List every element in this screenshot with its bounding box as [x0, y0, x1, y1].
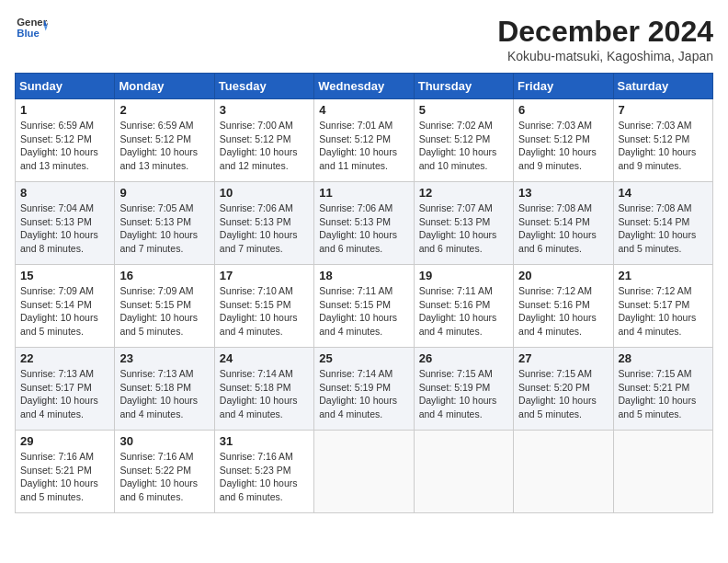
- day-info: Sunrise: 7:08 AM Sunset: 5:14 PM Dayligh…: [619, 201, 708, 256]
- calendar-day-cell: 26Sunrise: 7:15 AM Sunset: 5:19 PM Dayli…: [414, 348, 513, 431]
- calendar-day-cell: 29Sunrise: 7:16 AM Sunset: 5:21 PM Dayli…: [16, 431, 115, 513]
- calendar-day-cell: 28Sunrise: 7:15 AM Sunset: 5:21 PM Dayli…: [613, 348, 712, 431]
- calendar-day-cell: 13Sunrise: 7:08 AM Sunset: 5:14 PM Dayli…: [514, 182, 613, 265]
- calendar-day-cell: 31Sunrise: 7:16 AM Sunset: 5:23 PM Dayli…: [214, 431, 313, 513]
- day-info: Sunrise: 7:00 AM Sunset: 5:12 PM Dayligh…: [220, 119, 309, 173]
- weekday-header-cell: Saturday: [613, 74, 712, 99]
- day-number: 20: [518, 269, 608, 282]
- day-number: 6: [518, 103, 608, 117]
- day-number: 2: [119, 103, 209, 117]
- day-number: 15: [20, 269, 109, 282]
- day-number: 28: [619, 351, 708, 365]
- calendar-day-cell: [314, 431, 414, 513]
- calendar-day-cell: 27Sunrise: 7:15 AM Sunset: 5:20 PM Dayli…: [514, 348, 613, 431]
- day-number: 27: [518, 351, 608, 365]
- calendar-week-row: 29Sunrise: 7:16 AM Sunset: 5:21 PM Dayli…: [16, 431, 713, 513]
- day-info: Sunrise: 7:16 AM Sunset: 5:22 PM Dayligh…: [119, 450, 209, 504]
- day-number: 13: [518, 186, 608, 200]
- calendar-body: 1Sunrise: 6:59 AM Sunset: 5:12 PM Daylig…: [16, 99, 713, 513]
- day-info: Sunrise: 7:09 AM Sunset: 5:15 PM Dayligh…: [119, 284, 209, 339]
- day-info: Sunrise: 7:09 AM Sunset: 5:14 PM Dayligh…: [20, 284, 109, 339]
- day-number: 4: [319, 103, 408, 117]
- calendar-table: SundayMondayTuesdayWednesdayThursdayFrid…: [15, 73, 713, 513]
- day-number: 5: [419, 103, 508, 117]
- calendar-day-cell: 1Sunrise: 6:59 AM Sunset: 5:12 PM Daylig…: [16, 99, 115, 182]
- day-number: 31: [220, 434, 309, 448]
- month-title: December 2024: [497, 15, 713, 49]
- day-info: Sunrise: 7:12 AM Sunset: 5:16 PM Dayligh…: [518, 284, 608, 339]
- weekday-header-cell: Monday: [115, 74, 214, 99]
- calendar-day-cell: 22Sunrise: 7:13 AM Sunset: 5:17 PM Dayli…: [16, 348, 115, 431]
- calendar-day-cell: 10Sunrise: 7:06 AM Sunset: 5:13 PM Dayli…: [214, 182, 313, 265]
- day-number: 21: [619, 269, 708, 282]
- calendar-day-cell: 2Sunrise: 6:59 AM Sunset: 5:12 PM Daylig…: [115, 99, 214, 182]
- day-info: Sunrise: 7:10 AM Sunset: 5:15 PM Dayligh…: [220, 284, 309, 339]
- logo: General Blue: [15, 15, 48, 40]
- svg-text:General: General: [17, 17, 48, 28]
- day-number: 12: [419, 186, 508, 200]
- day-info: Sunrise: 7:15 AM Sunset: 5:20 PM Dayligh…: [518, 367, 608, 421]
- calendar-day-cell: [613, 431, 712, 513]
- day-info: Sunrise: 7:16 AM Sunset: 5:21 PM Dayligh…: [20, 450, 109, 504]
- weekday-header-cell: Thursday: [414, 74, 513, 99]
- calendar-week-row: 8Sunrise: 7:04 AM Sunset: 5:13 PM Daylig…: [16, 182, 713, 265]
- day-number: 9: [119, 186, 209, 200]
- calendar-week-row: 22Sunrise: 7:13 AM Sunset: 5:17 PM Dayli…: [16, 348, 713, 431]
- weekday-header-cell: Wednesday: [314, 74, 414, 99]
- calendar-day-cell: 12Sunrise: 7:07 AM Sunset: 5:13 PM Dayli…: [414, 182, 513, 265]
- day-info: Sunrise: 7:14 AM Sunset: 5:19 PM Dayligh…: [319, 367, 408, 421]
- calendar-day-cell: 6Sunrise: 7:03 AM Sunset: 5:12 PM Daylig…: [514, 99, 613, 182]
- day-info: Sunrise: 7:15 AM Sunset: 5:19 PM Dayligh…: [419, 367, 508, 421]
- day-number: 23: [119, 351, 209, 365]
- calendar-day-cell: 20Sunrise: 7:12 AM Sunset: 5:16 PM Dayli…: [514, 265, 613, 348]
- title-block: December 2024 Kokubu-matsuki, Kagoshima,…: [497, 15, 713, 63]
- day-number: 29: [20, 434, 109, 448]
- calendar-day-cell: [514, 431, 613, 513]
- weekday-header-cell: Tuesday: [214, 74, 313, 99]
- calendar-day-cell: 14Sunrise: 7:08 AM Sunset: 5:14 PM Dayli…: [613, 182, 712, 265]
- calendar-day-cell: 21Sunrise: 7:12 AM Sunset: 5:17 PM Dayli…: [613, 265, 712, 348]
- day-number: 3: [220, 103, 309, 117]
- calendar-week-row: 1Sunrise: 6:59 AM Sunset: 5:12 PM Daylig…: [16, 99, 713, 182]
- logo-icon: General Blue: [15, 15, 48, 40]
- calendar-day-cell: 8Sunrise: 7:04 AM Sunset: 5:13 PM Daylig…: [16, 182, 115, 265]
- day-info: Sunrise: 7:06 AM Sunset: 5:13 PM Dayligh…: [220, 201, 309, 256]
- day-info: Sunrise: 7:03 AM Sunset: 5:12 PM Dayligh…: [518, 119, 608, 173]
- day-number: 17: [220, 269, 309, 282]
- calendar-day-cell: 25Sunrise: 7:14 AM Sunset: 5:19 PM Dayli…: [314, 348, 414, 431]
- calendar-day-cell: 5Sunrise: 7:02 AM Sunset: 5:12 PM Daylig…: [414, 99, 513, 182]
- day-info: Sunrise: 7:07 AM Sunset: 5:13 PM Dayligh…: [419, 201, 508, 256]
- day-number: 18: [319, 269, 408, 282]
- day-number: 24: [220, 351, 309, 365]
- calendar-day-cell: 19Sunrise: 7:11 AM Sunset: 5:16 PM Dayli…: [414, 265, 513, 348]
- day-info: Sunrise: 7:06 AM Sunset: 5:13 PM Dayligh…: [319, 201, 408, 256]
- day-number: 26: [419, 351, 508, 365]
- day-number: 25: [319, 351, 408, 365]
- day-number: 16: [119, 269, 209, 282]
- calendar-day-cell: 15Sunrise: 7:09 AM Sunset: 5:14 PM Dayli…: [16, 265, 115, 348]
- calendar-day-cell: 30Sunrise: 7:16 AM Sunset: 5:22 PM Dayli…: [115, 431, 214, 513]
- day-info: Sunrise: 7:08 AM Sunset: 5:14 PM Dayligh…: [518, 201, 608, 256]
- calendar-day-cell: 7Sunrise: 7:03 AM Sunset: 5:12 PM Daylig…: [613, 99, 712, 182]
- weekday-header-cell: Sunday: [16, 74, 115, 99]
- day-number: 1: [20, 103, 109, 117]
- day-info: Sunrise: 7:11 AM Sunset: 5:16 PM Dayligh…: [419, 284, 508, 339]
- day-info: Sunrise: 7:03 AM Sunset: 5:12 PM Dayligh…: [619, 119, 708, 173]
- day-info: Sunrise: 6:59 AM Sunset: 5:12 PM Dayligh…: [119, 119, 209, 173]
- day-number: 10: [220, 186, 309, 200]
- day-number: 7: [619, 103, 708, 117]
- day-number: 30: [119, 434, 209, 448]
- calendar-day-cell: 24Sunrise: 7:14 AM Sunset: 5:18 PM Dayli…: [214, 348, 313, 431]
- calendar-day-cell: 3Sunrise: 7:00 AM Sunset: 5:12 PM Daylig…: [214, 99, 313, 182]
- calendar-week-row: 15Sunrise: 7:09 AM Sunset: 5:14 PM Dayli…: [16, 265, 713, 348]
- day-info: Sunrise: 7:11 AM Sunset: 5:15 PM Dayligh…: [319, 284, 408, 339]
- page-header: General Blue December 2024 Kokubu-matsuk…: [15, 15, 713, 63]
- weekday-header-row: SundayMondayTuesdayWednesdayThursdayFrid…: [16, 74, 713, 99]
- day-info: Sunrise: 7:15 AM Sunset: 5:21 PM Dayligh…: [619, 367, 708, 421]
- day-info: Sunrise: 7:02 AM Sunset: 5:12 PM Dayligh…: [419, 119, 508, 173]
- day-number: 19: [419, 269, 508, 282]
- calendar-day-cell: 9Sunrise: 7:05 AM Sunset: 5:13 PM Daylig…: [115, 182, 214, 265]
- day-info: Sunrise: 7:14 AM Sunset: 5:18 PM Dayligh…: [220, 367, 309, 421]
- svg-text:Blue: Blue: [17, 28, 40, 39]
- day-info: Sunrise: 7:13 AM Sunset: 5:18 PM Dayligh…: [119, 367, 209, 421]
